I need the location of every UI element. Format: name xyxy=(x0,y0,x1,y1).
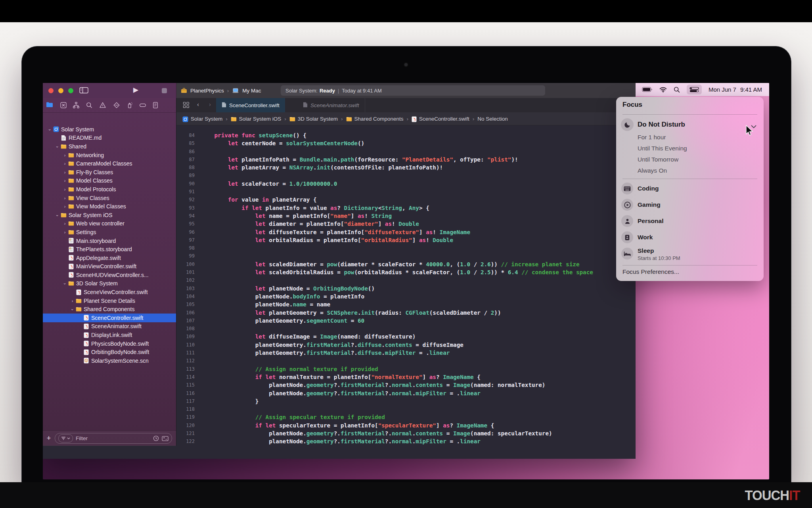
macos-screen: XcodeFileEditViewFindNavigateEditorProdu… xyxy=(43,83,769,479)
tree-item-networking[interactable]: ›Networking xyxy=(43,151,176,160)
tree-item-label: Main.storyboard xyxy=(76,238,116,244)
do-not-disturb-row[interactable]: Do Not Disturb xyxy=(616,116,764,133)
navigator-tags-icon[interactable] xyxy=(139,102,146,109)
focus-mode-sleep[interactable]: SleepStarts at 10:30 PM xyxy=(616,246,764,262)
add-file-button[interactable]: + xyxy=(43,434,55,443)
do-not-disturb-label: Do Not Disturb xyxy=(638,116,685,133)
tree-item-model-protocols[interactable]: ›Model Protocols xyxy=(43,185,176,194)
tree-item-solar-system[interactable]: ›Solar System xyxy=(43,125,176,134)
disclosure-closed-icon[interactable]: › xyxy=(62,204,67,209)
tree-item-sceneviewcontroller-swift[interactable]: ›SceneViewController.swift xyxy=(43,288,176,296)
focus-mode-personal[interactable]: Personal xyxy=(616,214,764,229)
focus-mode-coding[interactable]: Coding xyxy=(616,181,764,197)
breadcrumb-item-solar-system[interactable]: Solar System xyxy=(182,116,222,122)
disclosure-open-icon[interactable]: › xyxy=(55,213,60,218)
focus-mode-gaming[interactable]: Gaming xyxy=(616,197,764,213)
filter-field[interactable]: Filter xyxy=(55,433,172,444)
disclosure-closed-icon[interactable]: › xyxy=(62,178,67,183)
tree-item-displaylink-swift[interactable]: ›DisplayLink.swift xyxy=(43,331,176,339)
tab-scenecontroller-swift[interactable]: SceneController.swift xyxy=(216,98,285,112)
tree-item-orbitingbodynode-swift[interactable]: ›OrbitingBodyNode.swift xyxy=(43,348,176,356)
disclosure-closed-icon[interactable]: › xyxy=(62,161,67,166)
tree-item-cameramodel-classes[interactable]: ›CameraModel Classes xyxy=(43,159,176,168)
folder-icon xyxy=(346,117,352,121)
tree-item-3d-solar-system[interactable]: ›3D Solar System xyxy=(43,279,176,288)
related-items-icon[interactable] xyxy=(183,102,190,110)
code-line-93: 93 if let planetInfo = value as? Diction… xyxy=(176,204,636,212)
tree-item-label: View Model Classes xyxy=(76,203,126,210)
breadcrumb-item-no-selection[interactable]: No Selection xyxy=(477,116,508,122)
disclosure-open-icon[interactable]: › xyxy=(55,144,60,149)
line-number: 108 xyxy=(176,325,201,333)
flag-box-icon[interactable] xyxy=(162,436,169,441)
code-line-120: 120 if let specularTexture = planetInfo[… xyxy=(176,421,636,429)
tree-item-mainviewcontroller-swift[interactable]: ›MainViewController.swift xyxy=(43,262,176,271)
control-center-icon[interactable] xyxy=(687,85,702,94)
tree-item-appdelegate-swift[interactable]: ›AppDelegate.swift xyxy=(43,254,176,262)
breadcrumb-item-scenecontroller-swift[interactable]: SceneController.swift xyxy=(412,116,469,122)
back-chevron-icon[interactable]: ‹ xyxy=(197,101,199,108)
tree-item-scenehudviewcontroller-s[interactable]: ›SceneHUDViewController.s... xyxy=(43,271,176,279)
tree-item-physicsbodynode-swift[interactable]: ›PhysicsBodyNode.swift xyxy=(43,339,176,348)
wifi-icon[interactable] xyxy=(659,87,667,92)
breadcrumb-item-shared-components[interactable]: Shared Components xyxy=(346,116,404,122)
tree-item-view-model-classes[interactable]: ›View Model Classes xyxy=(43,202,176,211)
focus-option-until-tomorrow[interactable]: Until Tomorrow xyxy=(638,154,737,165)
navigator-symbols-icon[interactable] xyxy=(73,102,80,109)
focus-mode-work[interactable]: Work xyxy=(616,230,764,246)
navigator-breakpoints-icon[interactable] xyxy=(113,102,120,109)
tree-item-web-view-controller[interactable]: ›Web view controller xyxy=(43,219,176,228)
disclosure-closed-icon[interactable]: › xyxy=(62,170,67,175)
tree-item-solar-system-ios[interactable]: ›Solar System iOS xyxy=(43,211,176,219)
navigator-folder-icon[interactable] xyxy=(46,102,53,109)
navigator-reports-icon[interactable] xyxy=(152,102,159,109)
source-editor[interactable]: 84 private func setupScene() {85 let cen… xyxy=(176,125,636,452)
focus-option-until-this-evening[interactable]: Until This Evening xyxy=(638,143,737,154)
disclosure-closed-icon[interactable]: › xyxy=(70,298,75,303)
disclosure-closed-icon[interactable]: › xyxy=(62,196,67,200)
tree-item-theplanets-storyboard[interactable]: ›ThePlanets.storyboard xyxy=(43,245,176,254)
tree-item-label: Fly-By Classes xyxy=(76,169,113,175)
clock-icon[interactable] xyxy=(153,435,159,441)
tree-item-view-classes[interactable]: ›View Classes xyxy=(43,194,176,202)
search-icon[interactable] xyxy=(674,87,680,93)
tree-item-sceneanimator-swift[interactable]: ›SceneAnimator.swift xyxy=(43,322,176,331)
battery-icon[interactable] xyxy=(642,87,653,92)
disclosure-closed-icon[interactable]: › xyxy=(62,153,67,158)
tree-item-shared[interactable]: ›Shared xyxy=(43,142,176,151)
folder-icon xyxy=(68,221,75,226)
tree-item-planet-scene-details[interactable]: ›Planet Scene Details xyxy=(43,296,176,305)
tree-item-scenecontroller-swift[interactable]: ›SceneController.swift xyxy=(43,314,176,322)
disclosure-closed-icon[interactable]: › xyxy=(62,221,67,226)
tree-item-fly-by-classes[interactable]: ›Fly-By Classes xyxy=(43,168,176,177)
filter-icon[interactable] xyxy=(58,434,73,443)
storyboard-icon xyxy=(68,246,75,252)
disclosure-open-icon[interactable]: › xyxy=(63,281,67,287)
menu-bar-clock[interactable]: Mon Jun 7 9:41 AM xyxy=(709,86,762,93)
tree-item-model-classes[interactable]: ›Model Classes xyxy=(43,177,176,185)
swift-icon xyxy=(83,349,90,355)
navigator-source-control-icon[interactable] xyxy=(60,102,67,109)
tree-item-shared-components[interactable]: ›Shared Components xyxy=(43,305,176,314)
breadcrumb-item-solar-system-ios[interactable]: Solar System iOS xyxy=(231,116,282,122)
disclosure-closed-icon[interactable]: › xyxy=(62,187,67,192)
focus-preferences-link[interactable]: Focus Preferences... xyxy=(622,268,679,275)
tree-item-settings[interactable]: ›Settings xyxy=(43,228,176,237)
focus-option-for-1-hour[interactable]: For 1 hour xyxy=(638,132,737,143)
editor-tab-bar: ‹ › SceneController.swiftSceneAnimator.s… xyxy=(176,98,636,113)
navigator-debug-spray-icon[interactable] xyxy=(126,102,133,109)
navigator-search-icon[interactable] xyxy=(86,102,93,109)
tab-sceneanimator-swift[interactable]: SceneAnimator.swift xyxy=(297,98,365,112)
breadcrumb-item-3d-solar-system[interactable]: 3D Solar System xyxy=(289,116,338,122)
navigator-issues-icon[interactable] xyxy=(99,102,106,109)
focus-option-always-on[interactable]: Always On xyxy=(638,165,737,176)
line-number: 115 xyxy=(176,381,201,389)
forward-chevron-icon[interactable]: › xyxy=(209,101,211,108)
disclosure-closed-icon[interactable]: › xyxy=(62,230,67,235)
tree-item-main-storyboard[interactable]: ›Main.storyboard xyxy=(43,237,176,245)
disclosure-open-icon[interactable]: › xyxy=(70,307,75,312)
tree-item-readme-md[interactable]: ›README.md xyxy=(43,134,176,142)
disclosure-open-icon[interactable]: › xyxy=(48,127,52,132)
tree-item-solarsystemscene-scn[interactable]: ›SolarSystemScene.scn xyxy=(43,356,176,365)
code-line-114: 114 if let normalTexture = planetInfo["n… xyxy=(176,373,636,381)
